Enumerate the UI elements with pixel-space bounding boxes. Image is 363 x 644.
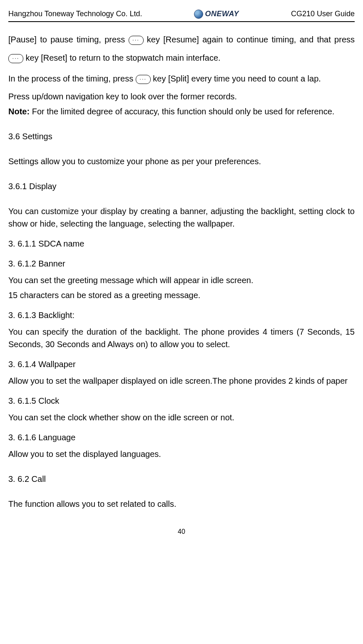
text-3-6-1-2a: You can set the greeting message which w… [8,274,355,286]
logo: ONEWAY [194,8,239,20]
logo-text: ONEWAY [205,8,239,20]
text-3-6-1-6: Allow you to set the displayed languages… [8,448,355,460]
note-label: Note: [8,107,30,116]
page-number: 40 [8,527,355,537]
page-header: Hangzhou Toneway Technology Co. Ltd. ONE… [8,8,355,22]
company-name: Hangzhou Toneway Technology Co. Ltd. [8,8,142,20]
text-pause-a: [Pause] to pause timing, press [8,35,129,44]
text-pause-c: key [Reset] to return to the stopwatch m… [26,53,221,62]
heading-3-6-1-5: 3. 6.1.5 Clock [8,395,355,407]
note-text: For the limited degree of accuracy, this… [30,107,334,116]
softkey-icon: ··· [8,54,23,63]
heading-3-6: 3.6 Settings [8,130,355,143]
softkey-icon: ··· [129,36,144,45]
paragraph-split: In the process of the timing, press ··· … [8,69,355,88]
paragraph-nav: Press up/down navigation key to look ove… [8,90,355,103]
paragraph-pause-resume: [Pause] to pause timing, press ··· key [… [8,30,355,67]
paragraph-note: Note: For the limited degree of accuracy… [8,105,355,118]
text-3-6-1-4: Allow you to set the wallpaper displayed… [8,375,355,387]
logo-globe-icon [194,10,203,19]
heading-3-6-1-1: 3. 6.1.1 SDCA name [8,237,355,250]
heading-3-6-1-3: 3. 6.1.3 Backlight: [8,309,355,321]
text-3-6-1-3: You can specify the duration of the back… [8,326,355,350]
text-3-6-2: The function allows you to set related t… [8,498,355,510]
heading-3-6-1: 3.6.1 Display [8,180,355,192]
heading-3-6-2: 3. 6.2 Call [8,473,355,485]
text-3-6: Settings allow you to customize your pho… [8,155,355,168]
text-3-6-1-2b: 15 characters can be stored as a greetin… [8,289,355,301]
softkey-icon: ··· [136,75,151,84]
text-pause-b: key [Resume] again to continue timing, a… [147,35,355,44]
text-split-b: key [Split] every time you need to count… [153,74,321,83]
doc-title: CG210 User Guide [291,8,355,20]
text-3-6-1: You can customize your display by creati… [8,205,355,230]
heading-3-6-1-6: 3. 6.1.6 Language [8,431,355,444]
heading-3-6-1-4: 3. 6.1.4 Wallpaper [8,358,355,370]
text-3-6-1-5: You can set the clock whether show on th… [8,411,355,424]
heading-3-6-1-2: 3. 6.1.2 Banner [8,257,355,270]
text-split-a: In the process of the timing, press [8,74,136,83]
